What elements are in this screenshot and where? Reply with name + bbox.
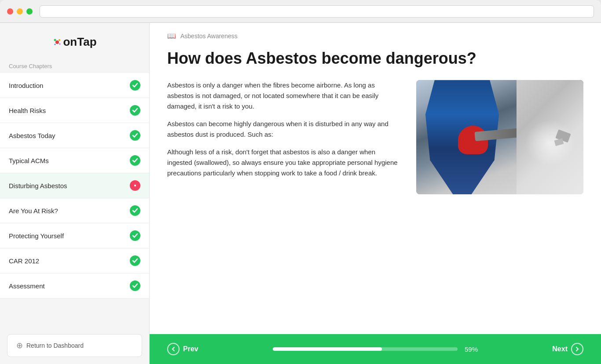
content-body: How does Asbestos become dangerous? Asbe…	[150, 40, 601, 334]
return-dashboard-label: Return to Dashboard	[26, 342, 84, 349]
main-content: 📖 Asbestos Awareness How does Asbestos b…	[150, 23, 601, 364]
check-icon	[130, 280, 140, 291]
page-title: How does Asbestos become dangerous?	[167, 49, 583, 68]
content-layout: Asbestos is only a danger when the fibre…	[167, 80, 583, 194]
chapter-label: CAR 2012	[9, 257, 39, 265]
logo-text: onTap	[63, 35, 96, 49]
chapter-item-asbestos-today[interactable]: Asbestos Today	[0, 123, 149, 148]
check-icon	[130, 80, 140, 91]
address-bar[interactable]	[40, 5, 594, 18]
paragraph-1: Asbestos is only a danger when the fibre…	[167, 80, 402, 112]
sidebar: onTap Course Chapters Introduction Healt…	[0, 23, 150, 364]
svg-point-4	[59, 43, 61, 44]
bottom-nav: Prev 59% Next	[150, 334, 601, 364]
paragraph-2: Asbestos can become highly dangerous whe…	[167, 119, 402, 140]
svg-point-1	[54, 39, 56, 41]
chapter-label: Typical ACMs	[9, 157, 49, 164]
check-icon	[130, 105, 140, 116]
svg-point-6	[134, 185, 136, 186]
chapter-item-are-you-at-risk[interactable]: Are You At Risk?	[0, 198, 149, 223]
logo: onTap	[52, 35, 96, 49]
content-image	[416, 80, 583, 194]
prev-circle-icon	[167, 343, 180, 355]
traffic-light-minimize[interactable]	[17, 8, 23, 15]
check-icon	[130, 230, 140, 241]
chapter-item-introduction[interactable]: Introduction	[0, 73, 149, 98]
app-container: onTap Course Chapters Introduction Healt…	[0, 23, 601, 364]
chapter-item-car-2012[interactable]: CAR 2012	[0, 248, 149, 273]
check-icon	[130, 155, 140, 166]
traffic-light-close[interactable]	[7, 8, 13, 15]
window-chrome	[0, 0, 601, 23]
chapter-label: Asbestos Today	[9, 132, 55, 139]
content-header: 📖 Asbestos Awareness	[150, 23, 601, 40]
progress-label: 59%	[465, 346, 478, 353]
chapter-label: Introduction	[9, 82, 43, 89]
prev-button[interactable]: Prev	[167, 343, 220, 355]
chapter-item-protecting-yourself[interactable]: Protecting Yourself	[0, 223, 149, 248]
chapter-label: Assessment	[9, 282, 45, 290]
book-icon: 📖	[167, 32, 176, 40]
chapter-label: Health Risks	[9, 107, 46, 114]
chapter-label: Disturbing Asbestos	[9, 182, 67, 189]
check-icon	[130, 205, 140, 216]
next-label: Next	[552, 345, 568, 353]
svg-point-0	[55, 40, 59, 44]
course-chapters-label: Course Chapters	[0, 58, 149, 73]
chapter-item-typical-acms[interactable]: Typical ACMs	[0, 148, 149, 173]
return-dashboard-button[interactable]: ⊕ Return to Dashboard	[7, 334, 142, 357]
paragraph-3: Although less of a risk, don't forget th…	[167, 147, 402, 178]
svg-point-3	[55, 44, 56, 45]
check-icon	[130, 130, 140, 141]
progress-area: 59%	[220, 346, 531, 353]
prev-label: Prev	[183, 345, 198, 353]
chapter-item-assessment[interactable]: Assessment	[0, 273, 149, 298]
chapter-item-health-risks[interactable]: Health Risks	[0, 98, 149, 123]
svg-point-2	[59, 39, 60, 41]
course-label: Asbestos Awareness	[180, 33, 238, 40]
play-icon	[130, 180, 140, 191]
chapter-item-disturbing-asbestos[interactable]: Disturbing Asbestos	[0, 173, 149, 198]
next-circle-icon	[571, 343, 583, 355]
logo-sparkle-icon	[52, 37, 62, 47]
return-icon: ⊕	[16, 341, 23, 350]
chapters-list: Introduction Health Risks Asbestos Today…	[0, 73, 149, 327]
chapter-label: Protecting Yourself	[9, 232, 64, 240]
next-button[interactable]: Next	[531, 343, 583, 355]
traffic-light-fullscreen[interactable]	[26, 8, 33, 15]
progress-fill	[273, 347, 382, 351]
logo-area: onTap	[0, 23, 149, 58]
check-icon	[130, 255, 140, 266]
text-content: Asbestos is only a danger when the fibre…	[167, 80, 402, 186]
chapter-label: Are You At Risk?	[9, 207, 58, 215]
progress-track	[273, 347, 458, 351]
